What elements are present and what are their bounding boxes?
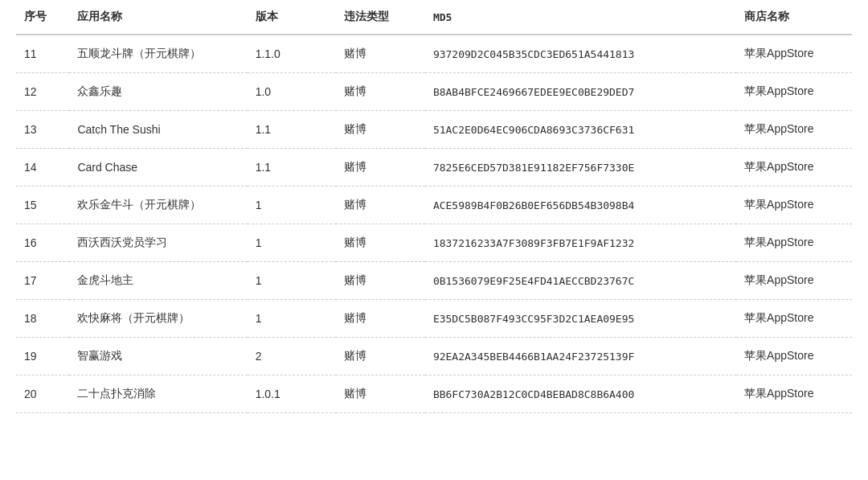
cell-md5: B8AB4BFCE2469667EDEE9EC0BE29DED7: [425, 73, 736, 111]
cell-version: 1.1: [248, 149, 337, 187]
cell-index: 14: [16, 149, 69, 187]
cell-name: 金虎斗地主: [69, 262, 247, 300]
cell-store: 苹果AppStore: [736, 187, 852, 224]
table-row: 19智赢游戏2赌博92EA2A345BEB4466B1AA24F23725139…: [16, 338, 852, 375]
cell-type: 赌博: [336, 187, 425, 224]
cell-index: 12: [16, 73, 69, 111]
cell-type: 赌博: [336, 35, 425, 73]
cell-store: 苹果AppStore: [736, 149, 852, 187]
cell-md5: E35DC5B087F493CC95F3D2C1AEA09E95: [425, 300, 736, 338]
cell-type: 赌博: [336, 111, 425, 149]
table-row: 16西沃西沃党员学习1赌博1837216233A7F3089F3FB7E1F9A…: [16, 224, 852, 262]
table-row: 17金虎斗地主1赌博0B1536079E9F25E4FD41AECCBD2376…: [16, 262, 852, 300]
table-row: 18欢快麻将（开元棋牌）1赌博E35DC5B087F493CC95F3D2C1A…: [16, 300, 852, 338]
cell-version: 2: [248, 338, 337, 375]
cell-name: 五顺龙斗牌（开元棋牌）: [69, 35, 247, 73]
cell-store: 苹果AppStore: [736, 73, 852, 111]
cell-name: 西沃西沃党员学习: [69, 224, 247, 262]
header-type: 违法类型: [336, 0, 425, 35]
table-row: 13Catch The Sushi1.1赌博51AC2E0D64EC906CDA…: [16, 111, 852, 149]
cell-type: 赌博: [336, 262, 425, 300]
header-store: 商店名称: [736, 0, 852, 35]
cell-name: Card Chase: [69, 149, 247, 187]
cell-index: 11: [16, 35, 69, 73]
cell-name: 欢乐金牛斗（开元棋牌）: [69, 187, 247, 224]
cell-version: 1: [248, 300, 337, 338]
table-container: 序号 应用名称 版本 违法类型 MD5 商店名称 11五顺龙斗牌（开元棋牌）1.…: [0, 0, 868, 413]
cell-version: 1: [248, 187, 337, 224]
cell-index: 16: [16, 224, 69, 262]
header-md5: MD5: [425, 0, 736, 35]
table-row: 20二十点扑克消除1.0.1赌博BB6FC730A2B12C0CD4BEBAD8…: [16, 375, 852, 413]
header-name: 应用名称: [69, 0, 247, 35]
cell-version: 1.1.0: [248, 35, 337, 73]
cell-name: Catch The Sushi: [69, 111, 247, 149]
cell-md5: 51AC2E0D64EC906CDA8693C3736CF631: [425, 111, 736, 149]
table-row: 14Card Chase1.1赌博7825E6CED57D381E91182EF…: [16, 149, 852, 187]
cell-md5: 7825E6CED57D381E91182EF756F7330E: [425, 149, 736, 187]
cell-md5: 937209D2C045B35CDC3ED651A5441813: [425, 35, 736, 73]
cell-name: 众鑫乐趣: [69, 73, 247, 111]
cell-index: 13: [16, 111, 69, 149]
cell-store: 苹果AppStore: [736, 338, 852, 375]
cell-store: 苹果AppStore: [736, 262, 852, 300]
table-header-row: 序号 应用名称 版本 违法类型 MD5 商店名称: [16, 0, 852, 35]
cell-store: 苹果AppStore: [736, 111, 852, 149]
cell-index: 19: [16, 338, 69, 375]
cell-version: 1: [248, 224, 337, 262]
table-row: 12众鑫乐趣1.0赌博B8AB4BFCE2469667EDEE9EC0BE29D…: [16, 73, 852, 111]
cell-index: 17: [16, 262, 69, 300]
cell-store: 苹果AppStore: [736, 300, 852, 338]
header-index: 序号: [16, 0, 69, 35]
cell-version: 1.0: [248, 73, 337, 111]
cell-type: 赌博: [336, 73, 425, 111]
cell-store: 苹果AppStore: [736, 375, 852, 413]
cell-md5: ACE5989B4F0B26B0EF656DB54B3098B4: [425, 187, 736, 224]
data-table: 序号 应用名称 版本 违法类型 MD5 商店名称 11五顺龙斗牌（开元棋牌）1.…: [16, 0, 852, 413]
cell-type: 赌博: [336, 338, 425, 375]
table-row: 11五顺龙斗牌（开元棋牌）1.1.0赌博937209D2C045B35CDC3E…: [16, 35, 852, 73]
cell-md5: BB6FC730A2B12C0CD4BEBAD8C8B6A400: [425, 375, 736, 413]
cell-index: 20: [16, 375, 69, 413]
cell-index: 18: [16, 300, 69, 338]
cell-store: 苹果AppStore: [736, 35, 852, 73]
cell-version: 1: [248, 262, 337, 300]
header-version: 版本: [248, 0, 337, 35]
cell-name: 欢快麻将（开元棋牌）: [69, 300, 247, 338]
cell-name: 二十点扑克消除: [69, 375, 247, 413]
cell-index: 15: [16, 187, 69, 224]
cell-store: 苹果AppStore: [736, 224, 852, 262]
cell-md5: 1837216233A7F3089F3FB7E1F9AF1232: [425, 224, 736, 262]
cell-type: 赌博: [336, 224, 425, 262]
cell-version: 1.0.1: [248, 375, 337, 413]
cell-type: 赌博: [336, 300, 425, 338]
cell-type: 赌博: [336, 149, 425, 187]
cell-md5: 0B1536079E9F25E4FD41AECCBD23767C: [425, 262, 736, 300]
cell-name: 智赢游戏: [69, 338, 247, 375]
cell-type: 赌博: [336, 375, 425, 413]
cell-md5: 92EA2A345BEB4466B1AA24F23725139F: [425, 338, 736, 375]
table-row: 15欢乐金牛斗（开元棋牌）1赌博ACE5989B4F0B26B0EF656DB5…: [16, 187, 852, 224]
cell-version: 1.1: [248, 111, 337, 149]
